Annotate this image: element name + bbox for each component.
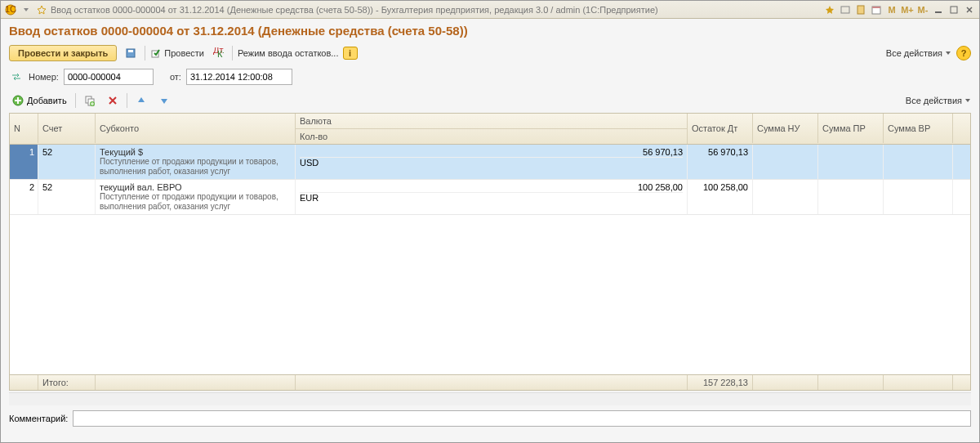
- m-minus-button[interactable]: M-: [916, 4, 929, 16]
- cell-pr: [818, 180, 884, 214]
- table-body: 152Текущий $Поступление от продажи проду…: [10, 145, 970, 374]
- svg-text:i: i: [349, 49, 351, 57]
- svg-text:Кт: Кт: [217, 49, 224, 59]
- date-label: от:: [170, 72, 181, 82]
- minimize-button[interactable]: [932, 4, 945, 16]
- cell-account: 52: [38, 180, 96, 214]
- separator: [232, 46, 233, 60]
- date-input[interactable]: [186, 69, 292, 85]
- copy-icon[interactable]: [81, 92, 99, 110]
- comment-label: Комментарий:: [9, 414, 68, 423]
- move-down-icon[interactable]: [155, 92, 173, 110]
- fav-star-icon[interactable]: [823, 4, 836, 16]
- table-toolbar: Добавить Все действия: [9, 92, 971, 110]
- cell-balance-dt: 100 258,00: [688, 180, 753, 214]
- m-plus-button[interactable]: M+: [901, 4, 914, 16]
- separator: [127, 93, 127, 108]
- help-button[interactable]: ?: [956, 46, 971, 60]
- all-actions-label: Все действия: [886, 48, 942, 58]
- col-balance-dt[interactable]: Остаток Дт: [688, 114, 753, 143]
- table-row[interactable]: 252текущий вал. ЕВРОПоступление от прода…: [10, 180, 970, 215]
- mode-button[interactable]: Режим ввода остатков...: [238, 48, 339, 58]
- col-sum-vr[interactable]: Сумма ВР: [884, 114, 953, 143]
- svg-rect-5: [872, 7, 880, 8]
- dtkt-icon[interactable]: ДтКт: [209, 44, 227, 62]
- svg-rect-3: [858, 6, 864, 14]
- svg-rect-7: [951, 7, 957, 13]
- col-sum-pr[interactable]: Сумма ПР: [818, 114, 884, 143]
- window-title: Ввод остатков 0000-000004 от 31.12.2014 …: [51, 5, 823, 15]
- comment-row: Комментарий:: [9, 410, 971, 427]
- info-icon[interactable]: i: [343, 47, 358, 60]
- cell-account: 52: [38, 145, 96, 179]
- cell-n: 2: [10, 180, 38, 214]
- svg-text:1C: 1C: [5, 4, 16, 14]
- cell-subconto: Текущий $Поступление от продажи продукци…: [96, 145, 296, 179]
- table-all-actions-label: Все действия: [906, 96, 962, 105]
- delete-icon[interactable]: [104, 92, 122, 110]
- table-row[interactable]: 152Текущий $Поступление от продажи проду…: [10, 145, 970, 180]
- post-label: Провести: [164, 48, 204, 58]
- hscrollbar[interactable]: [9, 392, 971, 405]
- main-toolbar: Провести и закрыть Провести ДтКт Режим в…: [9, 44, 971, 62]
- col-currency[interactable]: Валюта: [296, 114, 688, 129]
- all-actions-button[interactable]: Все действия: [886, 48, 951, 58]
- col-n[interactable]: N: [10, 114, 38, 143]
- data-table: N Счет Субконто Валюта Кол-во Остаток Дт…: [9, 113, 971, 391]
- number-input[interactable]: [64, 69, 154, 85]
- comment-input[interactable]: [73, 410, 971, 427]
- mode-label: Режим ввода остатков...: [238, 48, 339, 58]
- col-subconto[interactable]: Субконто: [96, 114, 296, 143]
- table-header: N Счет Субконто Валюта Кол-во Остаток Дт…: [10, 114, 970, 145]
- cell-currency-amount: 56 970,13USD: [296, 145, 688, 179]
- move-up-icon[interactable]: [132, 92, 150, 110]
- add-button[interactable]: Добавить: [9, 93, 70, 108]
- cell-n: 1: [10, 145, 38, 179]
- close-button[interactable]: [963, 4, 976, 16]
- total-label: Итого:: [38, 375, 96, 390]
- number-label: Номер:: [29, 72, 59, 82]
- cell-nu: [753, 145, 818, 179]
- calc-icon[interactable]: [854, 4, 867, 16]
- post-and-close-button[interactable]: Провести и закрыть: [9, 45, 117, 61]
- svg-rect-6: [935, 11, 942, 13]
- separator: [75, 93, 76, 108]
- cell-vr: [884, 180, 953, 214]
- calendar-icon[interactable]: [870, 4, 883, 16]
- total-balance-dt: 157 228,13: [688, 375, 753, 390]
- app-icon: 1C: [4, 3, 17, 16]
- save-icon[interactable]: [122, 44, 140, 62]
- cell-vr: [884, 145, 953, 179]
- switch-icon[interactable]: [9, 69, 24, 84]
- window-titlebar: 1C Ввод остатков 0000-000004 от 31.12.20…: [1, 1, 979, 19]
- page-title: Ввод остатков 0000-000004 от 31.12.2014 …: [9, 24, 971, 38]
- dropdown-icon[interactable]: [20, 3, 33, 16]
- star-icon[interactable]: [35, 3, 48, 16]
- doc-fields: Номер: от:: [9, 69, 971, 85]
- col-account[interactable]: Счет: [38, 114, 96, 143]
- history-icon[interactable]: [839, 4, 852, 16]
- cell-currency-amount: 100 258,00EUR: [296, 180, 688, 214]
- svg-rect-2: [841, 7, 849, 13]
- maximize-button[interactable]: [947, 4, 960, 16]
- table-all-actions-button[interactable]: Все действия: [906, 96, 971, 105]
- svg-rect-9: [128, 50, 133, 52]
- m-button[interactable]: M: [885, 4, 898, 16]
- table-footer: Итого: 157 228,13: [10, 374, 970, 390]
- cell-nu: [753, 180, 818, 214]
- cell-balance-dt: 56 970,13: [688, 145, 753, 179]
- separator: [145, 46, 145, 60]
- add-label: Добавить: [27, 96, 67, 105]
- cell-subconto: текущий вал. ЕВРОПоступление от продажи …: [96, 180, 296, 214]
- col-qty[interactable]: Кол-во: [296, 129, 688, 144]
- cell-pr: [818, 145, 884, 179]
- post-button[interactable]: Провести: [150, 47, 204, 59]
- col-sum-nu[interactable]: Сумма НУ: [753, 114, 818, 143]
